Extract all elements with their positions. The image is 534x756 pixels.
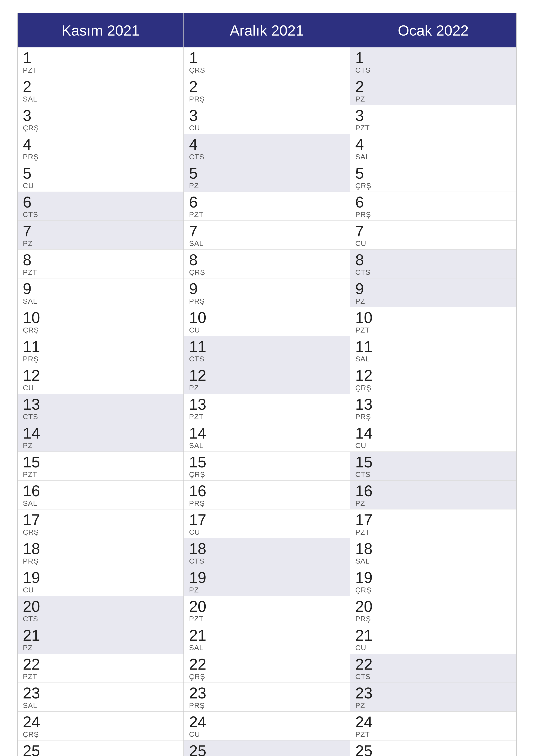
day-number: 19 — [355, 570, 511, 585]
day-name: ÇRŞ — [23, 326, 178, 334]
day-number: 7 — [23, 223, 178, 239]
day-number: 25 — [355, 743, 511, 756]
day-name: PRŞ — [23, 152, 178, 161]
day-cell: 14CU — [350, 423, 516, 452]
day-name: CU — [23, 384, 178, 392]
day-cell: 19CU — [18, 567, 184, 596]
day-cell: 8PZT — [18, 250, 184, 279]
day-cell: 1ÇRŞ — [184, 47, 350, 76]
day-name: CU — [355, 441, 511, 450]
day-name: CTS — [189, 355, 344, 363]
day-cell: 13PZT — [184, 394, 350, 423]
day-cell: 3PZT — [350, 105, 516, 134]
day-name: PZ — [355, 701, 511, 710]
day-number: 24 — [355, 714, 511, 730]
day-cell: 4CTS — [184, 134, 350, 163]
day-name: CTS — [355, 268, 511, 277]
day-number: 9 — [23, 281, 178, 297]
day-cell: 14SAL — [184, 423, 350, 452]
day-name: PZT — [355, 528, 511, 536]
day-number: 18 — [355, 541, 511, 556]
day-cell: 2SAL — [18, 76, 184, 105]
day-number: 13 — [23, 396, 178, 412]
day-name: CTS — [189, 557, 344, 565]
day-cell: 1CTS — [350, 47, 516, 76]
day-number: 25 — [23, 743, 178, 756]
day-cell: 7PZ — [18, 221, 184, 250]
day-name: ÇRŞ — [189, 268, 344, 277]
calendar-container: Kasım 2021Aralık 2021Ocak 2022 1PZT2SAL3… — [17, 13, 517, 756]
day-name: SAL — [23, 297, 178, 305]
day-name: CU — [23, 181, 178, 190]
day-name: PZT — [189, 615, 344, 623]
day-number: 4 — [355, 137, 511, 152]
day-number: 4 — [23, 137, 178, 152]
day-cell: 9PRŞ — [184, 279, 350, 307]
day-number: 11 — [355, 339, 511, 354]
day-number: 2 — [23, 79, 178, 94]
day-name: PZT — [355, 124, 511, 132]
day-name: CU — [189, 326, 344, 334]
month-header-2: Ocak 2022 — [350, 14, 516, 47]
day-cell: 4PRŞ — [18, 134, 184, 163]
day-cell: 2PZ — [350, 76, 516, 105]
day-cell: 25CTS — [184, 741, 350, 756]
day-cell: 17CU — [184, 509, 350, 538]
day-cell: 23PRŞ — [184, 683, 350, 712]
day-cell: 24ÇRŞ — [18, 712, 184, 741]
day-name: CTS — [355, 672, 511, 681]
day-cell: 14PZ — [18, 423, 184, 452]
day-name: PZ — [355, 297, 511, 305]
day-cell: 12CU — [18, 365, 184, 394]
day-name: PRŞ — [355, 413, 511, 421]
day-number: 14 — [355, 425, 511, 441]
day-number: 21 — [23, 628, 178, 643]
day-name: SAL — [189, 441, 344, 450]
day-name: ÇRŞ — [23, 124, 178, 132]
day-cell: 10PZT — [350, 307, 516, 336]
day-name: PRŞ — [355, 210, 511, 219]
day-cell: 16PRŞ — [184, 481, 350, 509]
day-name: ÇRŞ — [189, 470, 344, 479]
day-name: SAL — [355, 152, 511, 161]
day-number: 21 — [355, 628, 511, 643]
day-number: 16 — [355, 483, 511, 499]
day-number: 11 — [23, 339, 178, 354]
day-number: 12 — [189, 368, 344, 383]
day-name: PZ — [189, 181, 344, 190]
day-name: CTS — [23, 210, 178, 219]
day-cell: 17ÇRŞ — [18, 509, 184, 538]
day-cell: 15CTS — [350, 452, 516, 481]
day-name: PRŞ — [189, 95, 344, 103]
day-cell: 6PZT — [184, 192, 350, 221]
day-name: PZ — [355, 499, 511, 507]
day-number: 25 — [189, 743, 344, 756]
day-cell: 7CU — [350, 221, 516, 250]
day-cell: 20CTS — [18, 596, 184, 625]
day-name: PZT — [189, 413, 344, 421]
day-name: ÇRŞ — [189, 66, 344, 74]
day-cell: 1PZT — [18, 47, 184, 76]
day-number: 12 — [355, 368, 511, 383]
day-number: 19 — [23, 570, 178, 585]
day-number: 14 — [189, 425, 344, 441]
day-number: 18 — [23, 541, 178, 556]
day-number: 8 — [189, 252, 344, 268]
day-cell: 7SAL — [184, 221, 350, 250]
day-number: 16 — [23, 483, 178, 499]
day-number: 19 — [189, 570, 344, 585]
day-cell: 24PZT — [350, 712, 516, 741]
day-number: 13 — [355, 396, 511, 412]
day-cell: 20PZT — [184, 596, 350, 625]
day-number: 8 — [23, 252, 178, 268]
day-cell: 5PZ — [184, 163, 350, 192]
day-cell: 11SAL — [350, 336, 516, 365]
day-cell: 9PZ — [350, 279, 516, 307]
day-name: CU — [355, 239, 511, 248]
day-name: SAL — [189, 643, 344, 652]
day-name: CTS — [355, 66, 511, 74]
day-number: 10 — [355, 310, 511, 325]
day-name: SAL — [23, 701, 178, 710]
day-name: CTS — [355, 470, 511, 479]
day-number: 20 — [189, 599, 344, 614]
